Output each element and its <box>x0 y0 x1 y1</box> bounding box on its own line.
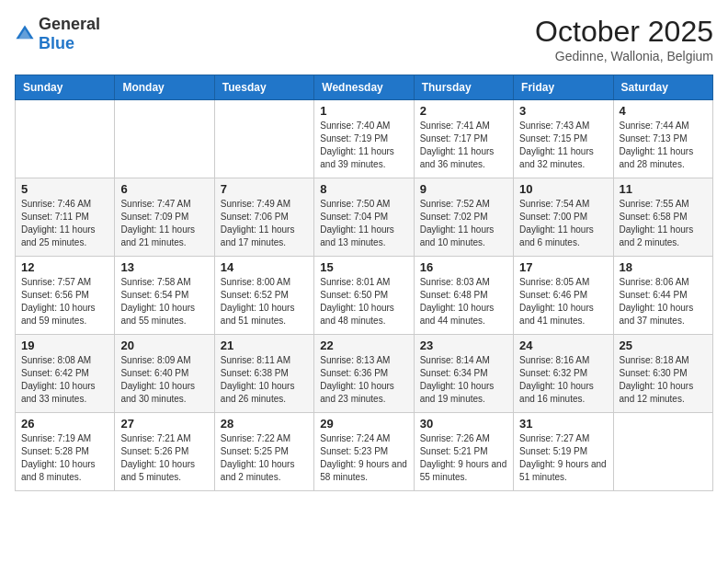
logo-text: General Blue <box>39 15 100 53</box>
day-number: 24 <box>519 339 607 352</box>
day-number: 28 <box>221 417 308 431</box>
day-number: 3 <box>519 104 607 118</box>
day-info: Sunrise: 8:05 AM Sunset: 6:46 PM Dayligh… <box>519 276 607 327</box>
calendar-cell <box>16 100 115 178</box>
calendar-cell: 1Sunrise: 7:40 AM Sunset: 7:19 PM Daylig… <box>314 100 414 178</box>
day-info: Sunrise: 7:22 AM Sunset: 5:25 PM Dayligh… <box>221 432 308 484</box>
calendar-cell <box>115 100 214 178</box>
calendar-cell: 3Sunrise: 7:43 AM Sunset: 7:15 PM Daylig… <box>514 100 613 178</box>
day-number: 5 <box>21 182 108 196</box>
day-number: 6 <box>120 182 208 196</box>
day-number: 15 <box>320 260 407 274</box>
calendar-cell: 25Sunrise: 8:18 AM Sunset: 6:30 PM Dayli… <box>613 335 712 413</box>
day-number: 17 <box>519 260 607 274</box>
calendar-week-row: 1Sunrise: 7:40 AM Sunset: 7:19 PM Daylig… <box>16 100 713 178</box>
weekday-header: Sunday <box>16 75 115 100</box>
day-number: 23 <box>420 339 507 352</box>
day-info: Sunrise: 7:43 AM Sunset: 7:15 PM Dayligh… <box>519 120 607 171</box>
calendar-cell: 16Sunrise: 8:03 AM Sunset: 6:48 PM Dayli… <box>414 257 513 335</box>
day-info: Sunrise: 8:16 AM Sunset: 6:32 PM Dayligh… <box>519 354 607 406</box>
calendar-cell: 17Sunrise: 8:05 AM Sunset: 6:46 PM Dayli… <box>514 257 613 335</box>
day-info: Sunrise: 7:52 AM Sunset: 7:02 PM Dayligh… <box>420 198 507 249</box>
day-info: Sunrise: 7:54 AM Sunset: 7:00 PM Dayligh… <box>519 198 607 249</box>
calendar-cell: 15Sunrise: 8:01 AM Sunset: 6:50 PM Dayli… <box>314 257 414 335</box>
calendar-cell: 31Sunrise: 7:27 AM Sunset: 5:19 PM Dayli… <box>514 413 613 491</box>
day-number: 14 <box>221 260 308 274</box>
title-block: October 2025 Gedinne, Wallonia, Belgium <box>535 15 713 63</box>
day-info: Sunrise: 7:40 AM Sunset: 7:19 PM Dayligh… <box>320 120 407 171</box>
day-info: Sunrise: 7:46 AM Sunset: 7:11 PM Dayligh… <box>21 198 108 249</box>
weekday-header: Tuesday <box>214 75 313 100</box>
calendar-cell: 4Sunrise: 7:44 AM Sunset: 7:13 PM Daylig… <box>613 100 712 178</box>
day-number: 16 <box>420 260 507 274</box>
weekday-header: Saturday <box>613 75 712 100</box>
page-header: General Blue October 2025 Gedinne, Wallo… <box>15 15 713 63</box>
month-title: October 2025 <box>535 15 713 49</box>
calendar-cell: 2Sunrise: 7:41 AM Sunset: 7:17 PM Daylig… <box>414 100 513 178</box>
calendar-cell: 9Sunrise: 7:52 AM Sunset: 7:02 PM Daylig… <box>414 178 513 257</box>
day-number: 22 <box>320 339 407 352</box>
day-info: Sunrise: 8:08 AM Sunset: 6:42 PM Dayligh… <box>21 354 108 406</box>
logo-icon <box>15 24 35 44</box>
day-number: 29 <box>320 417 407 431</box>
day-number: 30 <box>420 417 507 431</box>
weekday-header: Monday <box>115 75 214 100</box>
calendar-cell <box>613 413 712 491</box>
day-info: Sunrise: 7:55 AM Sunset: 6:58 PM Dayligh… <box>620 198 707 249</box>
calendar-cell: 22Sunrise: 8:13 AM Sunset: 6:36 PM Dayli… <box>314 335 414 413</box>
calendar-cell: 24Sunrise: 8:16 AM Sunset: 6:32 PM Dayli… <box>514 335 613 413</box>
calendar-cell: 19Sunrise: 8:08 AM Sunset: 6:42 PM Dayli… <box>16 335 115 413</box>
day-info: Sunrise: 7:24 AM Sunset: 5:23 PM Dayligh… <box>320 432 407 484</box>
day-info: Sunrise: 8:09 AM Sunset: 6:40 PM Dayligh… <box>120 354 208 406</box>
calendar-cell: 28Sunrise: 7:22 AM Sunset: 5:25 PM Dayli… <box>214 413 313 491</box>
calendar-cell: 30Sunrise: 7:26 AM Sunset: 5:21 PM Dayli… <box>414 413 513 491</box>
day-info: Sunrise: 7:57 AM Sunset: 6:56 PM Dayligh… <box>21 276 108 327</box>
day-number: 7 <box>221 182 308 196</box>
calendar-cell: 27Sunrise: 7:21 AM Sunset: 5:26 PM Dayli… <box>115 413 214 491</box>
day-info: Sunrise: 7:49 AM Sunset: 7:06 PM Dayligh… <box>221 198 308 249</box>
calendar-cell: 21Sunrise: 8:11 AM Sunset: 6:38 PM Dayli… <box>214 335 313 413</box>
day-number: 8 <box>320 182 407 196</box>
day-info: Sunrise: 8:11 AM Sunset: 6:38 PM Dayligh… <box>221 354 308 406</box>
day-number: 10 <box>519 182 607 196</box>
calendar-cell: 5Sunrise: 7:46 AM Sunset: 7:11 PM Daylig… <box>16 178 115 257</box>
calendar-header-row: SundayMondayTuesdayWednesdayThursdayFrid… <box>16 75 713 100</box>
calendar: SundayMondayTuesdayWednesdayThursdayFrid… <box>15 75 713 491</box>
day-info: Sunrise: 7:44 AM Sunset: 7:13 PM Dayligh… <box>620 120 707 171</box>
day-info: Sunrise: 7:27 AM Sunset: 5:19 PM Dayligh… <box>519 432 607 484</box>
logo-general: General <box>39 15 100 33</box>
calendar-cell: 12Sunrise: 7:57 AM Sunset: 6:56 PM Dayli… <box>16 257 115 335</box>
day-number: 9 <box>420 182 507 196</box>
day-number: 11 <box>620 182 707 196</box>
day-info: Sunrise: 7:41 AM Sunset: 7:17 PM Dayligh… <box>420 120 507 171</box>
location: Gedinne, Wallonia, Belgium <box>535 49 713 63</box>
day-number: 2 <box>420 104 507 118</box>
day-number: 1 <box>320 104 407 118</box>
day-info: Sunrise: 8:18 AM Sunset: 6:30 PM Dayligh… <box>620 354 707 406</box>
day-info: Sunrise: 7:50 AM Sunset: 7:04 PM Dayligh… <box>320 198 407 249</box>
calendar-week-row: 5Sunrise: 7:46 AM Sunset: 7:11 PM Daylig… <box>16 178 713 257</box>
calendar-week-row: 26Sunrise: 7:19 AM Sunset: 5:28 PM Dayli… <box>16 413 713 491</box>
calendar-cell: 23Sunrise: 8:14 AM Sunset: 6:34 PM Dayli… <box>414 335 513 413</box>
calendar-cell: 8Sunrise: 7:50 AM Sunset: 7:04 PM Daylig… <box>314 178 414 257</box>
day-number: 4 <box>620 104 707 118</box>
day-number: 21 <box>221 339 308 352</box>
day-info: Sunrise: 7:47 AM Sunset: 7:09 PM Dayligh… <box>120 198 208 249</box>
calendar-cell: 29Sunrise: 7:24 AM Sunset: 5:23 PM Dayli… <box>314 413 414 491</box>
calendar-cell: 26Sunrise: 7:19 AM Sunset: 5:28 PM Dayli… <box>16 413 115 491</box>
calendar-cell: 13Sunrise: 7:58 AM Sunset: 6:54 PM Dayli… <box>115 257 214 335</box>
day-info: Sunrise: 7:58 AM Sunset: 6:54 PM Dayligh… <box>120 276 208 327</box>
day-number: 31 <box>519 417 607 431</box>
day-number: 26 <box>21 417 108 431</box>
day-number: 25 <box>620 339 707 352</box>
weekday-header: Wednesday <box>314 75 414 100</box>
weekday-header: Friday <box>514 75 613 100</box>
day-info: Sunrise: 8:14 AM Sunset: 6:34 PM Dayligh… <box>420 354 507 406</box>
day-info: Sunrise: 8:00 AM Sunset: 6:52 PM Dayligh… <box>221 276 308 327</box>
logo-blue: Blue <box>39 34 74 52</box>
calendar-cell: 14Sunrise: 8:00 AM Sunset: 6:52 PM Dayli… <box>214 257 313 335</box>
day-info: Sunrise: 8:06 AM Sunset: 6:44 PM Dayligh… <box>620 276 707 327</box>
calendar-cell: 11Sunrise: 7:55 AM Sunset: 6:58 PM Dayli… <box>613 178 712 257</box>
calendar-cell: 18Sunrise: 8:06 AM Sunset: 6:44 PM Dayli… <box>613 257 712 335</box>
calendar-cell: 7Sunrise: 7:49 AM Sunset: 7:06 PM Daylig… <box>214 178 313 257</box>
